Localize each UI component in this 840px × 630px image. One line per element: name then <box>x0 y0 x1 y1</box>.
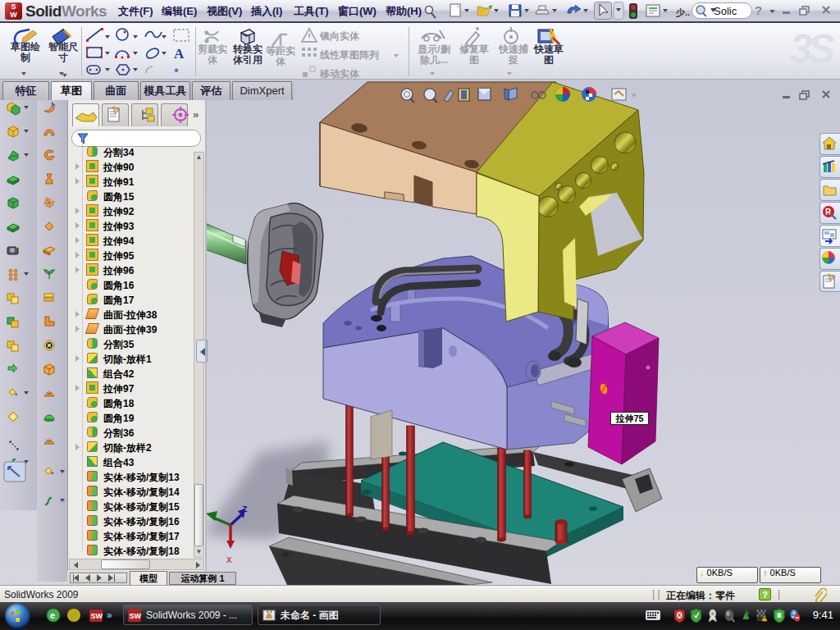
svg-text:»: » <box>107 609 112 621</box>
svg-text:Z: Z <box>242 504 248 514</box>
svg-text:*: * <box>174 65 179 78</box>
svg-text:X: X <box>226 555 232 565</box>
svg-text:e: e <box>50 610 55 620</box>
svg-text:SW: SW <box>130 612 142 620</box>
svg-text:少..: 少.. <box>675 7 690 18</box>
svg-text:SW: SW <box>91 612 103 620</box>
svg-text:A: A <box>174 46 185 62</box>
